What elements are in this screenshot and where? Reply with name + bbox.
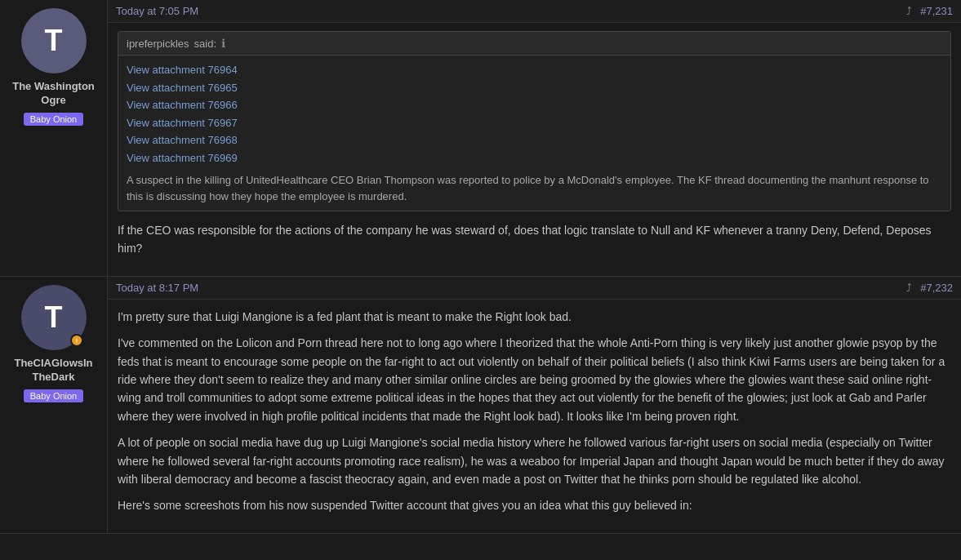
attachment-link-6[interactable]: View attachment 76969	[127, 150, 942, 167]
post-paragraph-4: Here's some screeshots from his now susp…	[118, 496, 951, 514]
online-indicator: !	[70, 334, 83, 347]
attachment-link-1[interactable]: View attachment 76964	[127, 62, 942, 78]
post-sidebar-1: T The Washington Ogre Baby Onion	[0, 0, 108, 276]
user-badge: Baby Onion	[24, 113, 83, 126]
avatar: T !	[21, 285, 87, 350]
post-7232: T ! TheCIAGlowsIn TheDark Baby Onion Tod…	[0, 277, 961, 534]
quote-author: ipreferpickles	[127, 38, 189, 50]
attachment-link-2[interactable]: View attachment 76965	[127, 80, 942, 96]
share-button[interactable]: ⤴	[906, 282, 912, 294]
user-badge: Baby Onion	[24, 389, 83, 402]
post-paragraph-1: I'm pretty sure that Luigi Mangione is a…	[118, 308, 951, 326]
post-header-2: Today at 8:17 PM ⤴ #7,232	[108, 277, 961, 300]
post-text-1: If the CEO was responsible for the actio…	[118, 221, 951, 258]
share-icon: ⤴	[906, 5, 912, 17]
post-content-2: Today at 8:17 PM ⤴ #7,232 I'm pretty sur…	[108, 277, 961, 533]
quote-block: ipreferpickles said: ℹ View attachment 7…	[118, 31, 951, 211]
avatar-letter: T	[45, 300, 63, 335]
post-time: Today at 7:05 PM	[116, 5, 198, 17]
username: TheCIAGlowsIn TheDark	[4, 357, 103, 384]
share-icon: ⤴	[906, 282, 912, 294]
attachment-link-5[interactable]: View attachment 76968	[127, 132, 942, 149]
avatar: T	[21, 8, 87, 73]
username: The Washington Ogre	[4, 80, 103, 108]
attachment-link-4[interactable]: View attachment 76967	[127, 115, 942, 131]
quote-suspect-text: A suspect in the killing of UnitedHealth…	[127, 172, 942, 204]
share-button[interactable]: ⤴	[906, 5, 912, 17]
post-number: #7,232	[920, 282, 953, 294]
post-sidebar-2: T ! TheCIAGlowsIn TheDark Baby Onion	[0, 277, 108, 533]
post-meta: ⤴ #7,231	[906, 5, 953, 17]
post-paragraph-2: I've commented on the Lolicon and Porn t…	[118, 334, 951, 425]
post-body-1: ipreferpickles said: ℹ View attachment 7…	[108, 23, 961, 276]
info-icon[interactable]: ℹ	[221, 37, 225, 50]
post-7231: T The Washington Ogre Baby Onion Today a…	[0, 0, 961, 277]
post-content-1: Today at 7:05 PM ⤴ #7,231 ipreferpickles…	[108, 0, 961, 276]
svg-text:!: !	[75, 338, 77, 344]
avatar-letter: T	[45, 24, 63, 58]
post-header-1: Today at 7:05 PM ⤴ #7,231	[108, 0, 961, 23]
post-body-2: I'm pretty sure that Luigi Mangione is a…	[108, 300, 961, 533]
post-meta: ⤴ #7,232	[906, 282, 953, 294]
attachment-link-3[interactable]: View attachment 76966	[127, 97, 942, 113]
post-paragraph-3: A lot of people on social media have dug…	[118, 433, 951, 488]
post-number: #7,231	[920, 5, 953, 17]
post-paragraph: If the CEO was responsible for the actio…	[118, 221, 951, 258]
post-time: Today at 8:17 PM	[116, 282, 198, 294]
quote-said-label: said:	[194, 38, 216, 50]
quote-header: ipreferpickles said: ℹ	[118, 32, 950, 56]
post-text-2: I'm pretty sure that Luigi Mangione is a…	[118, 308, 951, 515]
quote-body: View attachment 76964 View attachment 76…	[118, 56, 950, 211]
